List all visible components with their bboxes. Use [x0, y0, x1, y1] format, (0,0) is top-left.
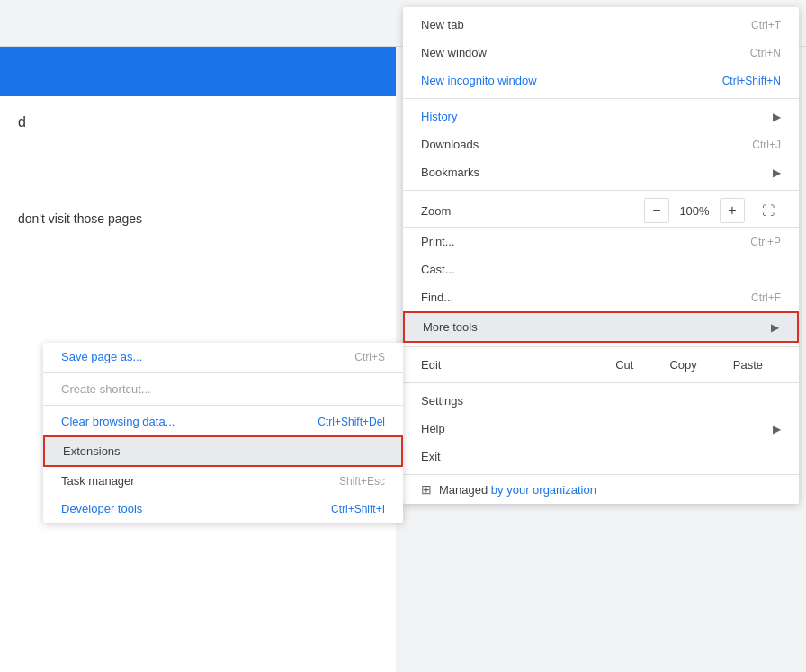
menu-item-new-tab[interactable]: New tab Ctrl+T: [403, 11, 799, 39]
submenu-divider-2: [43, 405, 403, 406]
help-arrow: ▶: [773, 423, 781, 435]
menu-item-settings[interactable]: Settings: [403, 387, 799, 415]
paste-button[interactable]: Paste: [715, 353, 781, 377]
zoom-minus-button[interactable]: −: [644, 198, 669, 223]
managed-icon: ⊞: [421, 482, 432, 497]
menu-section-zoom: Zoom − 100% + ⛶ Print... Ctrl+P Cast... …: [403, 191, 799, 347]
menu-item-print[interactable]: Print... Ctrl+P: [403, 228, 799, 255]
menu-item-more-tools[interactable]: More tools ▶: [403, 311, 799, 343]
zoom-control: Zoom − 100% + ⛶: [403, 194, 799, 228]
zoom-fullscreen-button[interactable]: ⛶: [756, 198, 781, 223]
page-title: d: [18, 114, 378, 130]
page-subtitle: don't visit those pages: [18, 211, 378, 226]
menu-item-cast[interactable]: Cast...: [403, 255, 799, 283]
zoom-value: 100%: [673, 204, 716, 218]
submenu-item-developer-tools[interactable]: Developer tools Ctrl+Shift+I: [43, 495, 403, 523]
managed-link[interactable]: by your organization: [491, 483, 596, 497]
submenu-item-save-page[interactable]: Save page as... Ctrl+S: [43, 343, 403, 371]
menu-item-history[interactable]: History ▶: [403, 103, 799, 130]
menu-item-downloads[interactable]: Downloads Ctrl+J: [403, 130, 799, 158]
chrome-menu: New tab Ctrl+T New window Ctrl+N New inc…: [403, 7, 799, 504]
menu-item-help[interactable]: Help ▶: [403, 415, 799, 443]
submenu-item-clear-browsing[interactable]: Clear browsing data... Ctrl+Shift+Del: [43, 408, 403, 435]
menu-item-find[interactable]: Find... Ctrl+F: [403, 283, 799, 311]
page-blue-bar: [0, 47, 396, 96]
menu-item-new-window[interactable]: New window Ctrl+N: [403, 39, 799, 67]
zoom-actions: − 100% + ⛶: [644, 198, 781, 223]
copy-button[interactable]: Copy: [651, 353, 714, 377]
menu-item-bookmarks[interactable]: Bookmarks ▶: [403, 158, 799, 186]
submenu-item-extensions[interactable]: Extensions: [43, 435, 403, 467]
zoom-plus-button[interactable]: +: [720, 198, 745, 223]
menu-section-settings: Settings Help ▶ Exit: [403, 383, 799, 475]
submenu-item-create-shortcut[interactable]: Create shortcut...: [43, 375, 403, 403]
menu-section-history: History ▶ Downloads Ctrl+J Bookmarks ▶: [403, 99, 799, 191]
cut-button[interactable]: Cut: [597, 353, 651, 377]
more-tools-arrow: ▶: [771, 321, 779, 334]
menu-item-exit[interactable]: Exit: [403, 443, 799, 470]
bookmarks-arrow: ▶: [773, 166, 781, 179]
menu-item-new-incognito[interactable]: New incognito window Ctrl+Shift+N: [403, 67, 799, 94]
history-arrow: ▶: [773, 111, 781, 123]
managed-row: ⊞ Managed by your organization: [403, 475, 799, 504]
menu-section-new: New tab Ctrl+T New window Ctrl+N New inc…: [403, 7, 799, 99]
page-text: d don't visit those pages: [0, 96, 396, 244]
edit-row: Edit Cut Copy Paste: [403, 347, 799, 383]
managed-text: Managed by your organization: [439, 483, 596, 497]
more-tools-menu: Save page as... Ctrl+S Create shortcut..…: [43, 343, 403, 523]
submenu-divider-1: [43, 372, 403, 373]
submenu-item-task-manager[interactable]: Task manager Shift+Esc: [43, 467, 403, 495]
